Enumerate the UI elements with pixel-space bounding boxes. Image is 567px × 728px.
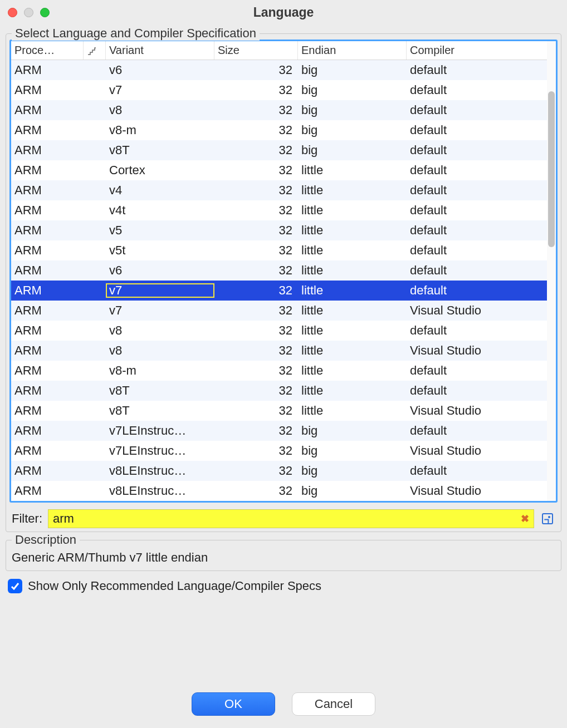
cell-compiler: default (407, 123, 518, 137)
cell-processor: ARM (11, 484, 84, 498)
cell-processor: ARM (11, 444, 84, 458)
cell-variant: Cortex (106, 163, 214, 178)
ok-button[interactable]: OK (192, 692, 275, 716)
content-area: Select Language and Compiler Specificati… (0, 24, 567, 682)
cell-processor: ARM (11, 323, 84, 338)
cell-processor: ARM (11, 383, 84, 398)
table-row[interactable]: ARMv4t32littledefault (11, 200, 547, 220)
cell-variant: v4t (106, 203, 214, 218)
table-row[interactable]: ARMv8T32littledefault (11, 381, 547, 401)
language-spec-group: Select Language and Compiler Specificati… (6, 33, 561, 532)
table-row[interactable]: ARMv532littledefault (11, 220, 547, 240)
cell-size: 32 (214, 444, 298, 458)
cell-compiler: default (407, 464, 518, 478)
recommended-only-label: Show Only Recommended Language/Compiler … (28, 579, 321, 593)
cell-variant: v8LEInstruc… (106, 464, 214, 478)
cell-size: 32 (214, 464, 298, 478)
cell-endian: big (298, 123, 407, 137)
cell-processor: ARM (11, 203, 84, 218)
cell-endian: big (298, 63, 407, 77)
table-row[interactable]: ARMCortex32littledefault (11, 160, 547, 180)
table-row[interactable]: ARMv7LEInstruc…32bigVisual Studio (11, 441, 547, 461)
col-variant[interactable]: Variant (106, 41, 214, 60)
cell-variant: v7 (106, 283, 214, 298)
cell-compiler: default (407, 103, 518, 117)
cell-size: 32 (214, 123, 298, 137)
table-row[interactable]: ARMv432littledefault (11, 180, 547, 200)
cell-compiler: Visual Studio (407, 484, 518, 498)
col-processor[interactable]: Proce… (11, 41, 84, 60)
cancel-button[interactable]: Cancel (292, 692, 375, 716)
cell-variant: v6 (106, 63, 214, 77)
cell-variant: v6 (106, 263, 214, 278)
table-row[interactable]: ARMv7LEInstruc…32bigdefault (11, 421, 547, 441)
cell-size: 32 (214, 83, 298, 97)
filter-options-icon[interactable] (540, 511, 555, 527)
scrollbar-thumb[interactable] (548, 91, 555, 247)
cell-compiler: default (407, 263, 518, 278)
cell-size: 32 (214, 283, 298, 298)
table-row[interactable]: ARMv8LEInstruc…32bigdefault (11, 461, 547, 481)
table-row[interactable]: ARMv8-m32littledefault (11, 361, 547, 381)
table-row[interactable]: ARMv5t32littledefault (11, 240, 547, 260)
cell-compiler: Visual Studio (407, 404, 518, 418)
cell-processor: ARM (11, 303, 84, 318)
cell-variant: v8T (106, 404, 214, 418)
recommended-only-checkbox[interactable] (8, 579, 22, 593)
cell-processor: ARM (11, 343, 84, 358)
table-row[interactable]: ARMv8T32bigdefault (11, 140, 547, 160)
cell-compiler: Visual Studio (407, 444, 518, 458)
table-row[interactable]: ARMv8-m32bigdefault (11, 120, 547, 140)
table-row[interactable]: ARMv732littledefault (11, 281, 547, 301)
cell-endian: big (298, 83, 407, 97)
cell-processor: ARM (11, 404, 84, 418)
cell-processor: ARM (11, 123, 84, 137)
cell-endian: big (298, 103, 407, 117)
cell-processor: ARM (11, 263, 84, 278)
table-row[interactable]: ARMv732bigdefault (11, 80, 547, 100)
cell-size: 32 (214, 404, 298, 418)
group-title: Select Language and Compiler Specificati… (12, 26, 260, 41)
col-endian[interactable]: Endian (298, 41, 407, 60)
cell-processor: ARM (11, 243, 84, 258)
cell-size: 32 (214, 383, 298, 398)
cell-endian: little (298, 223, 407, 238)
cell-compiler: default (407, 203, 518, 218)
clear-filter-icon[interactable]: ✖ (521, 513, 529, 525)
cell-variant: v8 (106, 343, 214, 358)
cell-compiler: default (407, 63, 518, 77)
table-row[interactable]: ARMv832bigdefault (11, 100, 547, 120)
filter-input[interactable]: arm ✖ (48, 509, 534, 528)
language-dialog: Language Select Language and Compiler Sp… (0, 0, 567, 728)
table-row[interactable]: ARMv632littledefault (11, 260, 547, 281)
cell-size: 32 (214, 243, 298, 258)
vertical-scrollbar[interactable] (547, 41, 556, 501)
table-row[interactable]: ARMv8T32littleVisual Studio (11, 401, 547, 421)
cell-compiler: Visual Studio (407, 303, 518, 318)
cell-compiler: default (407, 363, 518, 378)
cell-variant: v7 (106, 83, 214, 97)
cell-size: 32 (214, 343, 298, 358)
cell-processor: ARM (11, 223, 84, 238)
col-compiler[interactable]: Compiler (407, 41, 518, 60)
language-table[interactable]: Proce… Variant Size Endian Compiler ARMv… (9, 40, 558, 503)
table-row[interactable]: ARMv732littleVisual Studio (11, 301, 547, 321)
col-sort-icon[interactable] (84, 41, 106, 60)
cell-compiler: default (407, 83, 518, 97)
cell-variant: v4 (106, 183, 214, 198)
svg-rect-0 (542, 514, 553, 524)
dialog-buttons: OK Cancel (0, 682, 567, 728)
col-size[interactable]: Size (214, 41, 298, 60)
cell-variant: v8-m (106, 123, 214, 137)
table-row[interactable]: ARMv8LEInstruc…32bigVisual Studio (11, 481, 547, 501)
cell-size: 32 (214, 484, 298, 498)
table-row[interactable]: ARMv832littledefault (11, 321, 547, 341)
cell-size: 32 (214, 303, 298, 318)
cell-variant: v5t (106, 243, 214, 258)
table-row[interactable]: ARMv632bigdefault (11, 60, 547, 80)
window-title: Language (0, 5, 567, 20)
cell-endian: big (298, 444, 407, 458)
cell-variant: v8 (106, 103, 214, 117)
cell-compiler: default (407, 283, 518, 298)
table-row[interactable]: ARMv832littleVisual Studio (11, 341, 547, 361)
